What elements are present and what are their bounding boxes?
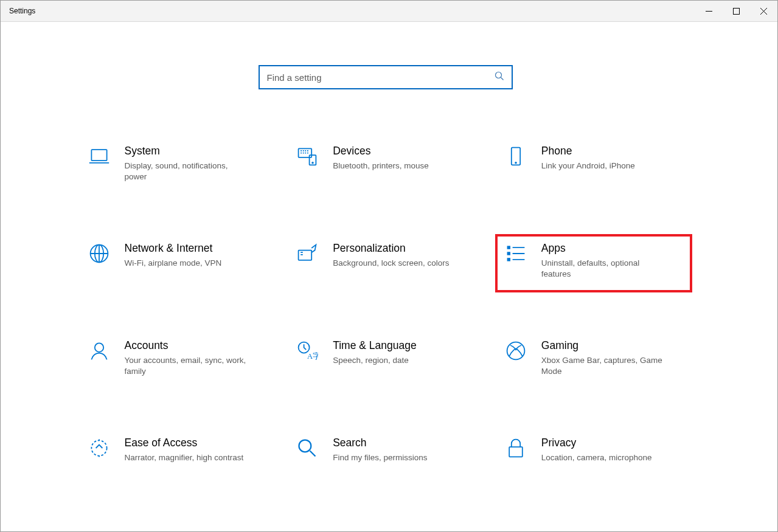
search-icon [495,71,504,83]
svg-rect-20 [509,447,523,457]
titlebar: Settings [1,1,777,22]
category-network[interactable]: Network & Internet Wi-Fi, airplane mode,… [78,234,276,292]
category-ease-of-access[interactable]: Ease of Access Narrator, magnifier, high… [78,429,276,487]
category-title: Ease of Access [125,436,244,451]
svg-rect-11 [507,246,510,249]
svg-rect-13 [507,258,510,261]
category-desc: Location, camera, microphone [541,452,652,463]
category-title: System [125,144,246,159]
svg-point-17 [507,342,524,360]
category-title: Network & Internet [125,241,222,256]
category-desc: Background, lock screen, colors [333,258,449,269]
category-desc: Display, sound, notifications, power [125,161,246,182]
minimize-icon [706,8,712,15]
category-desc: Narrator, magnifier, high contrast [125,452,244,463]
svg-rect-12 [507,252,510,255]
minimize-button[interactable] [695,1,723,21]
category-desc: Link your Android, iPhone [541,161,635,171]
category-personalization[interactable]: Personalization Background, lock screen,… [287,234,484,292]
window-title: Settings [9,7,35,15]
magnifier-icon [295,436,319,460]
svg-point-18 [91,440,106,455]
svg-point-5 [312,162,313,164]
svg-point-7 [515,162,516,164]
globe-icon [87,241,111,266]
maximize-icon [733,8,740,15]
close-icon [760,8,767,15]
window-controls [695,1,777,21]
xbox-icon [504,339,528,363]
category-desc: Bluetooth, printers, mouse [333,161,429,171]
svg-rect-2 [91,150,106,161]
apps-list-icon [504,241,528,266]
category-desc: Uninstall, defaults, optional features [541,258,663,280]
category-privacy[interactable]: Privacy Location, camera, microphone [495,429,693,487]
close-button[interactable] [750,1,777,21]
ease-of-access-icon [87,436,111,460]
category-desc: Xbox Game Bar, captures, Game Mode [541,355,663,377]
svg-point-14 [94,343,103,351]
category-gaming[interactable]: Gaming Xbox Game Bar, captures, Game Mod… [495,331,693,390]
category-title: Search [333,436,427,451]
time-language-icon: A字 [295,339,319,363]
category-search[interactable]: Search Find my files, permissions [287,429,484,487]
search-input[interactable] [267,72,495,83]
category-title: Personalization [333,241,449,256]
maximize-button[interactable] [723,1,750,21]
svg-point-19 [299,440,311,452]
category-title: Devices [333,144,429,159]
svg-rect-10 [299,250,312,260]
svg-point-1 [495,72,501,78]
person-icon [87,339,111,363]
category-desc: Wi-Fi, airplane mode, VPN [125,258,222,269]
category-desc: Find my files, permissions [333,452,427,463]
paint-icon [295,241,319,266]
category-title: Phone [541,144,635,159]
category-devices[interactable]: Devices Bluetooth, printers, mouse [287,137,484,195]
category-system[interactable]: System Display, sound, notifications, po… [78,137,276,195]
lock-icon [504,436,528,460]
category-desc: Your accounts, email, sync, work, family [125,355,246,377]
category-title: Privacy [541,436,652,451]
content-area[interactable]: System Display, sound, notifications, po… [0,21,771,532]
category-update-security[interactable]: Update & Security Windows Update, recove… [78,526,276,532]
laptop-icon [87,144,111,168]
category-title: Accounts [125,339,246,353]
category-title: Apps [541,241,663,256]
category-title: Gaming [541,339,663,353]
svg-text:A字: A字 [307,351,318,361]
category-desc: Speech, region, date [333,355,417,366]
category-accounts[interactable]: Accounts Your accounts, email, sync, wor… [78,331,276,390]
category-title: Time & Language [333,339,417,353]
devices-icon [295,144,319,168]
search-box[interactable] [259,65,513,89]
category-time-language[interactable]: A字 Time & Language Speech, region, date [287,331,484,390]
category-apps[interactable]: Apps Uninstall, defaults, optional featu… [495,234,693,292]
phone-icon [504,144,528,168]
category-phone[interactable]: Phone Link your Android, iPhone [495,137,693,195]
svg-rect-0 [734,8,740,14]
categories-grid: System Display, sound, notifications, po… [78,137,693,532]
